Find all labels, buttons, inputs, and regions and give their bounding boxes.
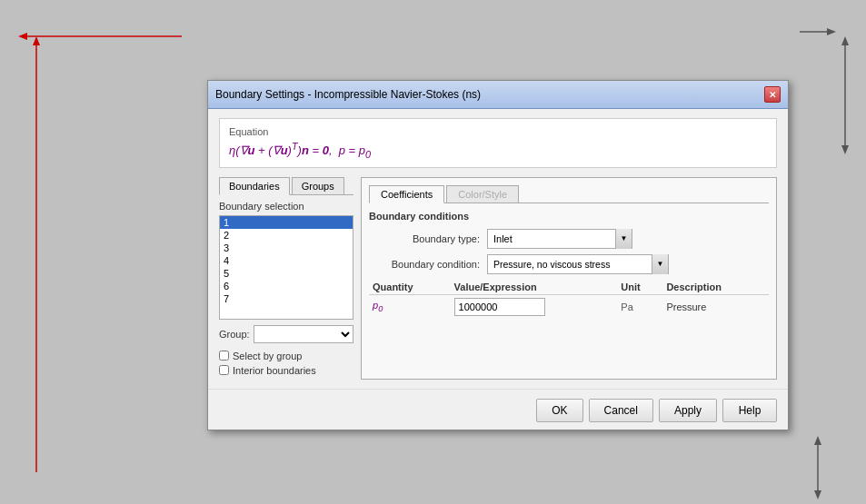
col-header-quantity: Quantity [369, 280, 451, 295]
boundary-item-6[interactable]: 6 [220, 280, 353, 292]
svg-marker-3 [33, 36, 40, 45]
close-button[interactable]: ✕ [764, 86, 781, 103]
col-header-value: Value/Expression [451, 280, 618, 295]
tab-color-style[interactable]: Color/Style [446, 185, 519, 203]
boundary-item-2[interactable]: 2 [220, 229, 353, 242]
boundary-item-5[interactable]: 5 [220, 267, 353, 280]
boundary-condition-arrow[interactable]: ▼ [652, 254, 668, 274]
left-tab-bar: Boundaries Groups [219, 177, 353, 195]
select-by-group-checkbox[interactable] [219, 351, 229, 361]
select-by-group-row: Select by group [219, 351, 353, 361]
svg-marker-11 [814, 490, 821, 499]
group-dropdown[interactable] [254, 325, 353, 343]
boundary-condition-value: Pressure, no viscous stress [488, 257, 652, 272]
tab-groups[interactable]: Groups [292, 177, 344, 194]
interior-boundaries-label[interactable]: Interior boundaries [233, 365, 316, 376]
equation-section: Equation η(∇u + (∇u)T)n = 0, p = p0 [219, 118, 777, 168]
boundary-settings-dialog: Boundary Settings - Incompressible Navie… [207, 80, 789, 430]
interior-boundaries-checkbox[interactable] [219, 365, 229, 375]
title-bar: Boundary Settings - Incompressible Navie… [208, 81, 788, 109]
quantity-name: p0 [369, 294, 451, 319]
boundary-item-3[interactable]: 3 [220, 242, 353, 254]
boundary-condition-dropdown[interactable]: Pressure, no viscous stress ▼ [487, 254, 669, 274]
interior-boundaries-row: Interior boundaries [219, 365, 353, 376]
main-content: Boundaries Groups Boundary selection 1 2… [219, 177, 777, 380]
right-panel: Coefficients Color/Style Boundary condit… [361, 177, 777, 380]
right-tab-bar: Coefficients Color/Style [369, 185, 769, 203]
left-panel: Boundaries Groups Boundary selection 1 2… [219, 177, 353, 380]
quantity-description: Pressure [662, 294, 769, 319]
dialog-body: Equation η(∇u + (∇u)T)n = 0, p = p0 Boun… [208, 109, 788, 389]
quantity-table: Quantity Value/Expression Unit Descripti… [369, 280, 769, 319]
boundary-type-dropdown[interactable]: Inlet ▼ [487, 229, 632, 249]
quantity-value-input[interactable] [454, 298, 545, 316]
svg-marker-8 [841, 145, 849, 154]
quantity-unit: Pa [617, 294, 662, 319]
dialog-title: Boundary Settings - Incompressible Navie… [215, 88, 481, 101]
tab-boundaries[interactable]: Boundaries [219, 177, 290, 195]
boundary-type-value: Inlet [488, 232, 615, 246]
boundary-type-arrow[interactable]: ▼ [615, 229, 632, 249]
help-button[interactable]: Help [722, 399, 777, 422]
boundary-list: 1 2 3 4 5 6 7 [220, 216, 353, 305]
quantity-value-cell [451, 294, 618, 319]
cancel-button[interactable]: Cancel [589, 399, 653, 422]
apply-button[interactable]: Apply [659, 399, 717, 422]
group-label: Group: [219, 329, 250, 340]
boundary-item-1[interactable]: 1 [220, 216, 353, 229]
ok-button[interactable]: OK [536, 399, 582, 422]
svg-marker-1 [18, 33, 27, 40]
boundary-selection-label: Boundary selection [219, 201, 353, 212]
col-header-unit: Unit [617, 280, 662, 295]
boundary-list-container[interactable]: 1 2 3 4 5 6 7 [219, 215, 353, 320]
equation-label: Equation [229, 126, 767, 137]
select-by-group-label[interactable]: Select by group [233, 351, 302, 361]
svg-marker-5 [827, 28, 836, 35]
col-header-description: Description [662, 280, 769, 295]
dialog-footer: OK Cancel Apply Help [208, 389, 788, 430]
boundary-item-4[interactable]: 4 [220, 254, 353, 267]
svg-marker-7 [841, 36, 849, 45]
table-row: p0 Pa Pressure [369, 294, 769, 319]
group-row: Group: [219, 325, 353, 343]
bc-section-label: Boundary conditions [369, 211, 769, 222]
boundary-type-row: Boundary type: Inlet ▼ [369, 229, 769, 249]
boundary-condition-row: Boundary condition: Pressure, no viscous… [369, 254, 769, 274]
svg-marker-10 [814, 436, 821, 445]
equation-text: η(∇u + (∇u)T)n = 0, p = p0 [229, 141, 767, 160]
tab-coefficients[interactable]: Coefficients [369, 185, 444, 203]
boundary-condition-label: Boundary condition: [369, 259, 487, 270]
boundary-item-7[interactable]: 7 [220, 292, 353, 305]
boundary-type-label: Boundary type: [369, 233, 487, 244]
